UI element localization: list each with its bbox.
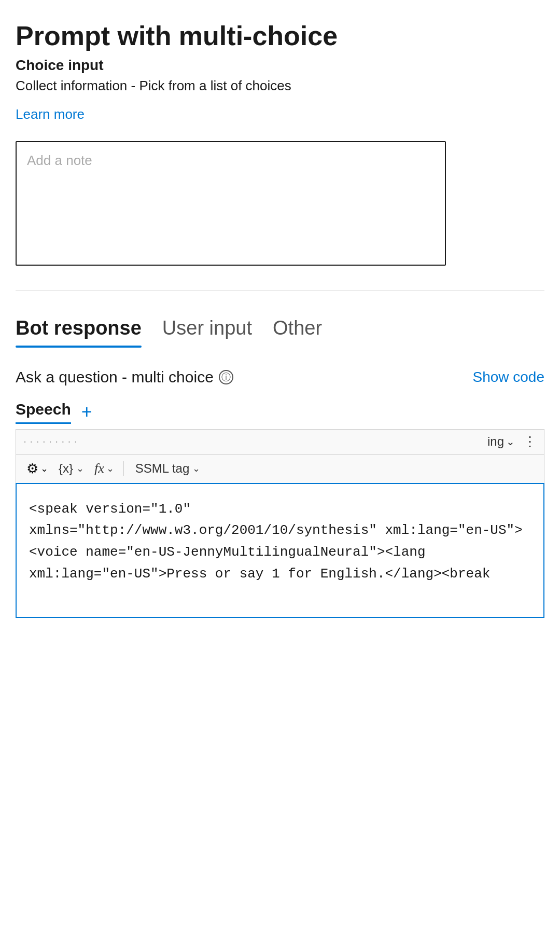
robot-chevron-icon: ⌄	[40, 463, 48, 474]
more-dots-icon[interactable]: ⋮	[523, 434, 537, 450]
chevron-down-icon[interactable]: ⌄	[506, 435, 515, 448]
variable-chevron-icon: ⌄	[76, 463, 84, 474]
ssml-tag-button[interactable]: SSML tag ⌄	[130, 459, 206, 478]
variable-icon: {x}	[59, 461, 73, 476]
partial-toolbar-text: · · · · · · · · ·	[23, 435, 483, 448]
editor-toolbar: ⚙ ⌄ {x} ⌄ fx ⌄ SSML tag ⌄	[16, 454, 544, 483]
tabs-container: Bot response User input Other	[16, 312, 544, 348]
page-description: Collect information - Pick from a list o…	[16, 78, 544, 94]
speech-tab-row: Speech +	[16, 401, 544, 424]
section-title-container: Ask a question - multi choice ⓘ	[16, 368, 233, 386]
page-subtitle: Choice input	[16, 57, 544, 74]
right-side-tag: ing ⌄ ⋮	[487, 434, 537, 450]
show-code-button[interactable]: Show code	[472, 369, 544, 385]
speech-label: Speech	[16, 401, 71, 424]
toolbar-separator	[123, 461, 124, 476]
section-header: Ask a question - multi choice ⓘ Show cod…	[16, 368, 544, 386]
ssml-chevron-icon: ⌄	[192, 463, 200, 474]
code-editor[interactable]: <speak version="1.0" xmlns="http://www.w…	[16, 483, 544, 618]
learn-more-link[interactable]: Learn more	[16, 106, 85, 122]
tab-user-input[interactable]: User input	[162, 312, 273, 348]
info-icon[interactable]: ⓘ	[219, 370, 233, 384]
section-divider	[16, 291, 544, 291]
tab-bot-response[interactable]: Bot response	[16, 312, 162, 348]
right-label-text: ing	[487, 434, 504, 449]
robot-icon: ⚙	[26, 461, 38, 477]
note-textarea[interactable]	[16, 141, 446, 266]
tab-other[interactable]: Other	[273, 312, 343, 348]
variable-button[interactable]: {x} ⌄	[53, 459, 89, 478]
fx-icon: fx	[94, 461, 104, 476]
add-speech-button[interactable]: +	[81, 403, 92, 421]
fx-button[interactable]: fx ⌄	[91, 459, 117, 478]
ssml-tag-label: SSML tag	[135, 461, 190, 476]
section-title-text: Ask a question - multi choice	[16, 368, 214, 386]
robot-icon-button[interactable]: ⚙ ⌄	[23, 459, 51, 479]
partial-toolbar-top: · · · · · · · · · ing ⌄ ⋮	[16, 429, 544, 454]
page-title: Prompt with multi-choice	[16, 21, 544, 52]
fx-chevron-icon: ⌄	[106, 463, 114, 474]
